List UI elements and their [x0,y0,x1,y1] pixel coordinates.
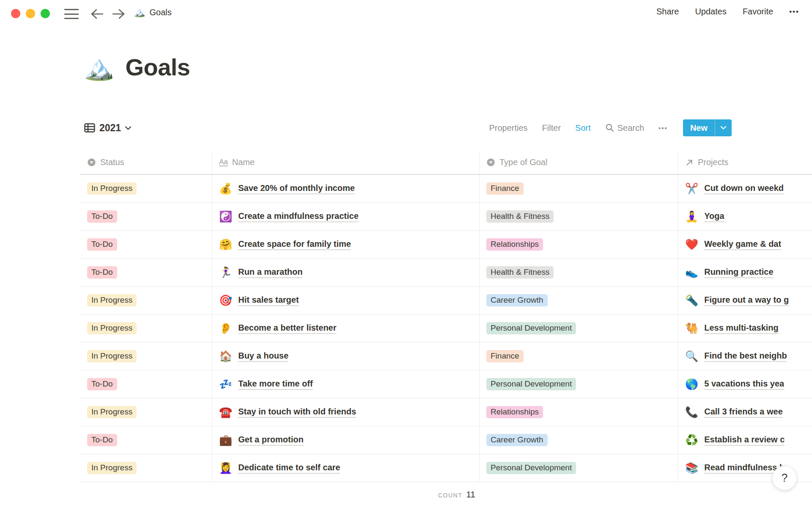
more-options-icon[interactable]: ••• [789,8,799,16]
status-cell[interactable]: In Progress [80,287,212,314]
back-arrow-icon[interactable] [90,8,105,20]
project-link[interactable]: 👟 Running practice [685,266,774,279]
view-switcher[interactable]: 2021 [84,119,132,136]
status-cell[interactable]: To-Do [80,231,212,258]
project-link[interactable]: 🔦 Figure out a way to g [685,294,789,306]
sort-button[interactable]: Sort [575,123,591,133]
new-button[interactable]: New [683,119,732,136]
name-cell[interactable]: 💼 Get a promotion [212,426,480,454]
name-cell[interactable]: 🏃‍♀️ Run a marathon [212,259,480,286]
project-link[interactable]: ❤️ Weekly game & dat [685,238,781,251]
page-title: Goals [125,53,190,81]
name-link[interactable]: 🎯 Hit sales target [219,294,299,306]
projects-cell[interactable]: 👟 Running practice [678,259,812,286]
projects-cell[interactable]: 🧘‍♀️ Yoga [678,203,812,230]
projects-cell[interactable]: ♻️ Establish a review c [678,426,812,454]
project-link[interactable]: ✂️ Cut down on weekd [685,182,784,195]
type-badge: Health & Fitness [486,210,554,223]
properties-button[interactable]: Properties [489,123,527,133]
projects-cell[interactable]: 🌎 5 vacations this yea [678,370,812,398]
status-badge: To-Do [87,210,117,223]
table-view-icon [84,122,96,134]
status-cell[interactable]: To-Do [80,203,212,230]
type-of-goal-cell[interactable]: Career Growth [480,287,678,314]
name-link[interactable]: 💼 Get a promotion [219,434,304,446]
projects-cell[interactable]: 🔍 Find the best neighb [678,342,812,370]
name-cell[interactable]: 💆‍♀️ Dedicate time to self care [212,454,480,482]
type-of-goal-cell[interactable]: Health & Fitness [480,203,678,230]
name-link[interactable]: ☯️ Create a mindfulness practice [219,210,359,223]
page-mountain-icon[interactable]: 🏔️ [84,55,114,80]
sidebar-menu-icon[interactable] [64,9,79,19]
share-button[interactable]: Share [656,7,679,17]
close-window-button[interactable] [11,9,20,18]
name-link[interactable]: 🤗 Create space for family time [219,238,351,251]
type-badge: Personal Development [486,322,576,334]
zoom-window-button[interactable] [41,9,50,18]
new-dropdown-chevron-icon[interactable] [715,119,732,136]
project-link[interactable]: 📚 Read mindfulness b [685,462,785,474]
status-cell[interactable]: In Progress [80,175,212,202]
type-of-goal-cell[interactable]: Personal Development [480,315,678,342]
name-link[interactable]: 👂 Become a better listener [219,322,337,334]
name-link[interactable]: ☎️ Stay in touch with old friends [219,406,356,418]
projects-cell[interactable]: 📞 Call 3 friends a wee [678,398,812,426]
type-of-goal-cell[interactable]: Finance [480,175,678,202]
project-link[interactable]: 🌎 5 vacations this yea [685,378,784,390]
name-cell[interactable]: 💤 Take more time off [212,370,480,398]
project-link[interactable]: 📞 Call 3 friends a wee [685,406,783,418]
project-link[interactable]: 🐫 Less multi-tasking [685,322,779,334]
filter-button[interactable]: Filter [542,123,561,133]
name-link[interactable]: 💰 Save 20% of monthly income [219,182,355,195]
column-header-status[interactable]: Status [80,151,212,174]
status-cell[interactable]: To-Do [80,426,212,454]
name-cell[interactable]: 🤗 Create space for family time [212,231,480,258]
name-link[interactable]: 🏃‍♀️ Run a marathon [219,266,302,279]
updates-button[interactable]: Updates [695,7,727,17]
projects-cell[interactable]: 🔦 Figure out a way to g [678,287,812,314]
status-cell[interactable]: In Progress [80,454,212,482]
column-header-name[interactable]: Aa Name [212,151,480,174]
projects-cell[interactable]: 🐫 Less multi-tasking [678,315,812,342]
forward-arrow-icon[interactable] [111,8,126,20]
help-button[interactable]: ? [772,466,797,490]
status-cell[interactable]: In Progress [80,398,212,426]
type-of-goal-cell[interactable]: Personal Development [480,454,678,482]
column-header-projects[interactable]: Projects [678,151,812,174]
search-button[interactable]: Search [605,123,644,133]
status-cell[interactable]: To-Do [80,370,212,398]
project-link[interactable]: 🔍 Find the best neighb [685,350,787,362]
type-of-goal-cell[interactable]: Health & Fitness [480,259,678,286]
name-cell[interactable]: 👂 Become a better listener [212,315,480,342]
table-row: In Progress 🏠 Buy a house Finance 🔍 Find… [80,342,812,370]
project-link[interactable]: 🧘‍♀️ Yoga [685,210,724,223]
window-titlebar: 🏔️ Goals Share Updates Favorite ••• [0,0,812,27]
projects-cell[interactable]: ✂️ Cut down on weekd [678,175,812,202]
project-link[interactable]: ♻️ Establish a review c [685,434,785,446]
projects-cell[interactable]: ❤️ Weekly game & dat [678,231,812,258]
minimize-window-button[interactable] [26,9,35,18]
name-cell[interactable]: 🏠 Buy a house [212,342,480,370]
type-of-goal-cell[interactable]: Relationships [480,398,678,426]
status-cell[interactable]: In Progress [80,315,212,342]
name-cell[interactable]: 💰 Save 20% of monthly income [212,175,480,202]
type-of-goal-cell[interactable]: Relationships [480,231,678,258]
goal-name: Create a mindfulness practice [238,211,359,222]
name-cell[interactable]: ☎️ Stay in touch with old friends [212,398,480,426]
column-header-type-of-goal[interactable]: Type of Goal [480,151,678,174]
new-button-label[interactable]: New [683,119,715,136]
name-link[interactable]: 💤 Take more time off [219,378,313,390]
status-cell[interactable]: To-Do [80,259,212,286]
type-of-goal-cell[interactable]: Career Growth [480,426,678,454]
count-calculation[interactable]: COUNT 11 [80,489,480,500]
status-cell[interactable]: In Progress [80,342,212,370]
type-of-goal-cell[interactable]: Finance [480,342,678,370]
breadcrumb[interactable]: 🏔️ Goals [134,7,172,18]
type-of-goal-cell[interactable]: Personal Development [480,370,678,398]
favorite-button[interactable]: Favorite [743,7,773,17]
view-more-options-icon[interactable]: ••• [658,124,668,132]
name-link[interactable]: 💆‍♀️ Dedicate time to self care [219,462,340,474]
name-cell[interactable]: ☯️ Create a mindfulness practice [212,203,480,230]
name-cell[interactable]: 🎯 Hit sales target [212,287,480,314]
name-link[interactable]: 🏠 Buy a house [219,350,288,362]
